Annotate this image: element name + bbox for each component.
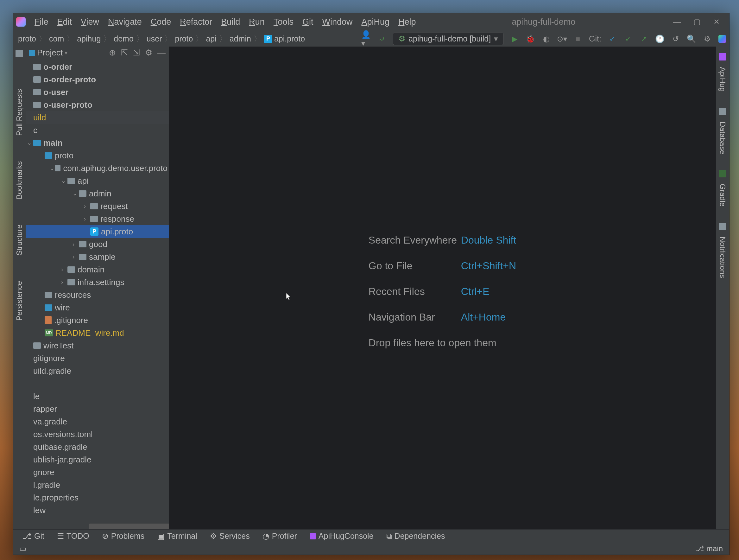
status-left-icon[interactable]: ▭ <box>19 544 27 553</box>
breadcrumb-item[interactable]: com <box>47 34 66 43</box>
tree-item[interactable]: ⌄com.apihug.demo.user.proto <box>26 162 169 174</box>
bottom-tab-terminal[interactable]: ▣Terminal <box>157 532 197 541</box>
rollback-icon[interactable]: ↺ <box>671 34 681 44</box>
chevron-right-icon[interactable]: › <box>84 203 90 210</box>
panel-title-text[interactable]: Project <box>37 48 63 58</box>
panel-collapse-icon[interactable]: ⇱ <box>121 48 128 58</box>
menu-help[interactable]: Help <box>394 15 421 29</box>
bottom-tab-apihugconsole[interactable]: ApiHugConsole <box>310 532 374 541</box>
database-tab-icon[interactable] <box>719 108 726 115</box>
tree-item[interactable]: rapper <box>26 403 169 415</box>
right-tab-notifications[interactable]: Notifications <box>717 230 728 284</box>
left-tab-bookmarks[interactable]: Bookmarks <box>14 155 25 205</box>
project-tree[interactable]: o-ordero-order-protoo-usero-user-protoui… <box>26 59 169 529</box>
menu-refactor[interactable]: Refactor <box>175 15 216 29</box>
project-tab-icon[interactable] <box>15 50 23 57</box>
panel-target-icon[interactable]: ⊕ <box>109 48 116 58</box>
git-pull-icon[interactable]: ✓ <box>608 34 617 44</box>
run-icon[interactable]: ▶ <box>510 34 519 44</box>
notifications-tab-icon[interactable] <box>719 223 726 230</box>
tree-item[interactable]: Papi.proto <box>26 225 169 238</box>
chevron-right-icon[interactable]: › <box>72 254 79 260</box>
tree-item[interactable]: proto <box>26 149 169 162</box>
window-maximize[interactable]: ▢ <box>694 17 701 26</box>
plugin-icon[interactable] <box>718 35 726 43</box>
horizontal-scrollbar[interactable] <box>89 524 169 529</box>
bottom-tab-todo[interactable]: ☰TODO <box>57 532 89 541</box>
menu-run[interactable]: Run <box>245 15 269 29</box>
tree-item[interactable]: ›infra.settings <box>26 276 169 289</box>
bottom-tab-dependencies[interactable]: ⧉Dependencies <box>386 532 445 541</box>
breadcrumb-item[interactable]: admin <box>228 34 253 43</box>
tree-item[interactable]: ›request <box>26 200 169 213</box>
coverage-icon[interactable]: ◐ <box>542 34 551 44</box>
tree-item[interactable]: ›domain <box>26 263 169 276</box>
menu-navigate[interactable]: Navigate <box>104 15 146 29</box>
tree-item[interactable]: o-order <box>26 60 169 73</box>
breadcrumb-item[interactable]: proto <box>173 34 195 43</box>
tree-item[interactable]: le.properties <box>26 491 169 504</box>
tree-item[interactable]: ›sample <box>26 251 169 263</box>
right-tab-apihug[interactable]: ApiHug <box>717 60 728 98</box>
bottom-tab-services[interactable]: ⚙Services <box>210 532 250 541</box>
bottom-tab-problems[interactable]: ⊘Problems <box>102 532 145 541</box>
tree-item[interactable]: ⌄admin <box>26 187 169 200</box>
tree-item[interactable]: wire <box>26 301 169 314</box>
chevron-right-icon[interactable]: › <box>72 241 79 248</box>
run-config-dropdown[interactable]: ⚙ apihug-full-demo [build] ▾ <box>393 33 503 45</box>
build-icon[interactable]: ⤾ <box>377 34 387 44</box>
right-tab-database[interactable]: Database <box>717 115 728 161</box>
tree-item[interactable]: ⌄api <box>26 174 169 187</box>
left-tab-pull-requests[interactable]: Pull Requests <box>14 83 25 142</box>
breadcrumb-item[interactable]: proto <box>16 34 38 43</box>
user-icon[interactable]: 👤▾ <box>361 34 371 44</box>
search-icon[interactable]: 🔍 <box>687 34 696 44</box>
breadcrumb-item[interactable]: user <box>145 34 164 43</box>
tree-item[interactable]: gnore <box>26 466 169 478</box>
tree-item[interactable]: gitignore <box>26 352 169 365</box>
breadcrumb[interactable]: proto〉com〉apihug〉demo〉user〉proto〉api〉adm… <box>16 33 307 44</box>
tree-item[interactable]: l.gradle <box>26 478 169 491</box>
tree-item[interactable]: lew <box>26 504 169 517</box>
menu-code[interactable]: Code <box>146 15 176 29</box>
breadcrumb-item[interactable]: Papi.proto <box>262 34 307 43</box>
bottom-tab-git[interactable]: ⎇Git <box>22 532 44 541</box>
menu-tools[interactable]: Tools <box>269 15 298 29</box>
tree-item[interactable]: .gitignore <box>26 314 169 326</box>
stop-icon[interactable]: ■ <box>573 34 583 44</box>
tree-item[interactable] <box>26 377 169 390</box>
tree-item[interactable]: os.versions.toml <box>26 428 169 441</box>
tree-item[interactable]: o-user-proto <box>26 99 169 111</box>
chevron-down-icon[interactable]: ⌄ <box>50 165 55 172</box>
tree-item[interactable]: o-order-proto <box>26 73 169 86</box>
right-tab-gradle[interactable]: Gradle <box>717 177 728 213</box>
left-tab-structure[interactable]: Structure <box>14 218 25 262</box>
tree-item[interactable]: va.gradle <box>26 415 169 428</box>
breadcrumb-item[interactable]: apihug <box>75 34 103 43</box>
settings-icon[interactable]: ⚙ <box>703 34 712 44</box>
tree-item[interactable]: resources <box>26 289 169 301</box>
tree-item[interactable]: uild.gradle <box>26 365 169 377</box>
editor-area[interactable]: Search EverywhereDouble ShiftGo to FileC… <box>169 46 716 529</box>
tree-item[interactable]: ublish-jar.gradle <box>26 453 169 466</box>
debug-icon[interactable]: 🐞 <box>526 34 535 44</box>
chevron-right-icon[interactable]: › <box>61 266 67 273</box>
tree-item[interactable]: MDREADME_wire.md <box>26 326 169 339</box>
menu-apihug[interactable]: ApiHug <box>357 15 394 29</box>
menu-edit[interactable]: Edit <box>53 15 77 29</box>
chevron-right-icon[interactable]: › <box>84 216 90 222</box>
tree-item[interactable]: c <box>26 124 169 137</box>
menu-build[interactable]: Build <box>216 15 245 29</box>
window-minimize[interactable]: — <box>673 17 681 26</box>
tree-item[interactable]: uild <box>26 111 169 124</box>
chevron-right-icon[interactable]: › <box>61 279 67 286</box>
chevron-down-icon[interactable]: ⌄ <box>27 139 33 146</box>
tree-item[interactable]: le <box>26 390 169 403</box>
panel-expand-icon[interactable]: ⇲ <box>133 48 140 58</box>
chevron-down-icon[interactable]: ⌄ <box>72 190 79 197</box>
chevron-down-icon[interactable]: ⌄ <box>61 177 67 184</box>
bottom-tab-profiler[interactable]: ◔Profiler <box>263 532 297 541</box>
tree-item[interactable]: o-user <box>26 86 169 99</box>
panel-hide-icon[interactable]: — <box>157 48 166 58</box>
apihug-tab-icon[interactable] <box>719 53 726 60</box>
